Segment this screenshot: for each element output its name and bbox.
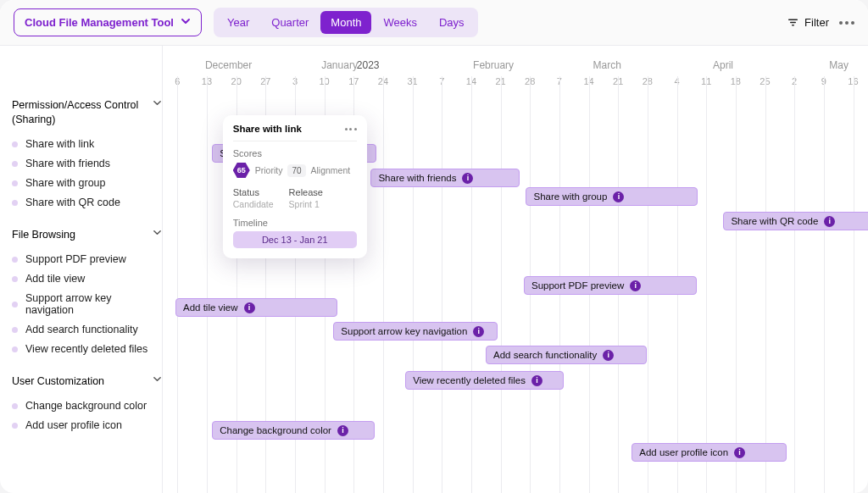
year-label: 2023 (357, 59, 380, 71)
status-value: Candidate (233, 199, 274, 209)
priority-score-hex: 65 (233, 162, 250, 179)
time-scale-segmented[interactable]: YearQuarterMonthWeeksDays (214, 8, 478, 37)
release-label: Release (289, 187, 323, 197)
bar-label: Change background color (220, 425, 331, 435)
tool-select-button[interactable]: Cloud File Management Tool (14, 8, 202, 36)
group-header[interactable]: User Customization (12, 374, 162, 389)
bar-label: Support arrow key navigation (341, 326, 467, 336)
group-title: User Customization (12, 374, 147, 389)
timeline-bar[interactable]: Add user profile iconi (632, 443, 787, 462)
segment-weeks[interactable]: Weeks (373, 11, 427, 34)
info-icon[interactable]: i (531, 375, 542, 386)
alignment-score-badge: 70 (287, 164, 305, 177)
group-header[interactable]: File Browsing (12, 228, 162, 242)
status-label: Status (233, 187, 274, 197)
timeline-bar[interactable]: Share with groupi (526, 187, 697, 206)
chevron-down-icon (153, 98, 162, 110)
bar-label: Add tile view (183, 302, 238, 313)
more-button[interactable] (839, 21, 854, 25)
month-label: February (473, 59, 514, 71)
sidebar-item[interactable]: Support PDF preview (12, 250, 162, 269)
bar-label: Share with group (533, 191, 607, 202)
month-label: January (321, 59, 358, 71)
sidebar-item[interactable]: Add tile view (12, 269, 162, 289)
alignment-label: Alignment (311, 165, 351, 175)
task-popover: Share with link Scores 65 Priority 70 Al… (223, 115, 367, 258)
sidebar-item[interactable]: Share with QR code (12, 193, 162, 213)
timeline-chip: Dec 13 - Jan 21 (233, 231, 357, 248)
timeline-bar[interactable]: Support arrow key navigationi (333, 322, 498, 341)
filter-icon (787, 17, 798, 28)
scores-heading: Scores (233, 148, 357, 158)
timeline-bar[interactable]: Share with friendsi (370, 169, 520, 187)
sidebar-item[interactable]: Share with friends (12, 154, 162, 174)
group-header[interactable]: Permission/Access Control (Sharing) (12, 98, 162, 127)
info-icon[interactable]: i (824, 216, 835, 227)
sidebar-item[interactable]: Change background color (12, 396, 162, 416)
bar-label: Add user profile icon (639, 447, 728, 457)
bar-label: Share with QR code (731, 216, 818, 226)
info-icon[interactable]: i (462, 173, 473, 184)
bar-label: Share with friends (378, 173, 456, 183)
chevron-down-icon (153, 228, 162, 240)
timeline: DecemberJanuary2023FebruaryMarchAprilMay… (163, 46, 868, 493)
month-label: December (205, 59, 252, 71)
info-icon[interactable]: i (630, 280, 641, 291)
timeline-bar[interactable]: Add search functionalityi (486, 346, 647, 364)
info-icon[interactable]: i (244, 302, 255, 313)
segment-year[interactable]: Year (217, 11, 259, 34)
sidebar-item[interactable]: Share with group (12, 174, 162, 193)
priority-label: Priority (255, 165, 283, 175)
tool-select-label: Cloud File Management Tool (25, 16, 174, 29)
sidebar-item[interactable]: Add search functionality (12, 320, 162, 340)
group-title: File Browsing (12, 228, 147, 242)
info-icon[interactable]: i (337, 425, 348, 436)
sidebar-item[interactable]: Add user profile icon (12, 416, 162, 435)
month-label: April (713, 59, 733, 71)
topbar: Cloud File Management Tool YearQuarterMo… (0, 0, 868, 46)
bar-label: Add search functionality (493, 350, 597, 360)
timeline-bar[interactable]: Share with QR codei (723, 212, 868, 230)
bar-label: Support PDF preview (531, 280, 624, 291)
timeline-bar[interactable]: Add tile viewi (175, 298, 337, 317)
filter-button[interactable]: Filter (787, 16, 829, 29)
chevron-down-icon (153, 374, 162, 386)
release-value: Sprint 1 (289, 199, 323, 209)
info-icon[interactable]: i (734, 447, 745, 458)
month-label: May (829, 59, 849, 71)
popover-title: Share with link (233, 124, 302, 134)
popover-more-button[interactable] (345, 128, 357, 130)
sidebar: Permission/Access Control (Sharing)Share… (0, 46, 163, 493)
sidebar-item[interactable]: Share with link (12, 135, 162, 154)
sidebar-item[interactable]: Support arrow key navigation (12, 289, 162, 320)
segment-month[interactable]: Month (320, 11, 371, 34)
timeline-bar[interactable]: Change background colori (212, 421, 374, 440)
sidebar-item[interactable]: View recently deleted files (12, 340, 162, 359)
timeline-label: Timeline (233, 218, 357, 228)
group-title: Permission/Access Control (Sharing) (12, 98, 147, 127)
timeline-bar[interactable]: Support PDF previewi (524, 276, 697, 295)
month-label: March (593, 59, 621, 71)
timeline-bar[interactable]: View recently deleted filesi (405, 371, 564, 390)
segment-quarter[interactable]: Quarter (261, 11, 319, 34)
chevron-down-icon (181, 16, 191, 29)
info-icon[interactable]: i (473, 326, 484, 337)
bar-label: View recently deleted files (413, 375, 526, 385)
segment-days[interactable]: Days (429, 11, 475, 34)
filter-label: Filter (804, 16, 829, 29)
info-icon[interactable]: i (613, 191, 624, 202)
info-icon[interactable]: i (603, 350, 614, 361)
